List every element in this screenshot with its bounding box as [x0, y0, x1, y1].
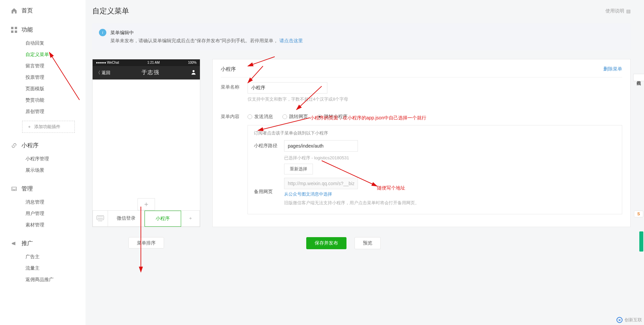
person-icon[interactable] — [191, 69, 197, 76]
sidebar-item-rebate[interactable]: 返佣商品推广 — [0, 274, 86, 285]
menu-name-input[interactable] — [248, 82, 327, 94]
annotation-fallback: 随便写个地址 — [377, 185, 405, 191]
grid-icon — [11, 26, 17, 33]
fallback-input[interactable] — [284, 178, 358, 189]
main-content: 自定义菜单 使用说明 ▤ i 菜单编辑中 菜单未发布，请确认菜单编辑完成后点击"… — [86, 0, 644, 325]
radio-send-msg[interactable]: 发送消息 — [248, 114, 273, 120]
sidebar-section-label: 小程序 — [21, 142, 39, 149]
sidebar-item-material[interactable]: 素材管理 — [0, 219, 86, 231]
chevron-left-icon: 〈 — [96, 70, 100, 76]
home-icon — [11, 7, 17, 14]
floating-green-bar[interactable] — [639, 231, 643, 252]
notice-line1: 菜单编辑中 — [110, 29, 303, 37]
online-qa-float[interactable]: 在线问答 — [633, 74, 644, 81]
sidebar: 首页 功能 自动回复 自定义菜单 留言管理 投票管理 页面模版 赞赏功能 原创管… — [0, 0, 86, 325]
selected-mp: 已选择小程序 - logistics20180531 — [284, 155, 349, 161]
sidebar-section-manage[interactable]: 管理 — [0, 182, 86, 195]
info-icon: i — [99, 29, 106, 36]
svg-point-4 — [193, 70, 195, 72]
sidebar-item-home[interactable]: 首页 — [0, 4, 86, 17]
sidebar-section-label: 推广 — [21, 239, 33, 247]
svg-line-6 — [248, 57, 275, 66]
action-bar: 菜单排序 保存并发布 预览 — [92, 237, 486, 249]
menu-name-hint: 仅支持中英文和数字，字数不超过4个汉字或8个字母 — [248, 96, 622, 102]
sidebar-item-msg[interactable]: 消息管理 — [0, 197, 86, 208]
menu-editor-panel: 小程序 删除菜单 菜单名称 仅支持中英文和数字，字数不超过4个汉字或8个字母 菜… — [212, 59, 631, 227]
phone-menu-1[interactable]: 微信登录 — [108, 211, 145, 227]
doc-icon: ▤ — [626, 8, 631, 14]
sidebar-item-autoreply[interactable]: 自动回复 — [0, 38, 86, 49]
sidebar-item-traffic[interactable]: 流量主 — [0, 263, 86, 274]
svg-rect-2 — [11, 31, 13, 33]
help-link[interactable]: 使用说明 ▤ — [605, 8, 631, 14]
annotation-mp-path: 小程序的页面，在小程序的app.json中自己选择一个就行 — [310, 115, 426, 121]
brand-watermark: ✕ 创新互联 — [616, 317, 642, 323]
floating-chip[interactable]: S — [634, 211, 643, 217]
phone-title: 于志强 — [110, 69, 191, 76]
sidebar-item-mp-scene[interactable]: 展示场景 — [0, 165, 86, 176]
radio-jump-web[interactable]: 跳转网页 — [282, 114, 308, 120]
fallback-select-link[interactable]: 从公众号图文消息中选择 — [284, 192, 332, 197]
phone-menu-2[interactable]: 小程序 — [145, 211, 181, 227]
phone-add-submenu[interactable]: ＋ — [138, 198, 155, 210]
plus-icon: ＋ — [27, 124, 32, 130]
preview-button[interactable]: 预览 — [355, 237, 381, 249]
reselect-button[interactable]: 重新选择 — [284, 164, 313, 174]
sidebar-item-reward[interactable]: 赞赏功能 — [0, 95, 86, 106]
menu-content-label: 菜单内容 — [221, 112, 248, 120]
sidebar-item-original[interactable]: 原创管理 — [0, 106, 86, 117]
save-publish-button[interactable]: 保存并发布 — [306, 237, 346, 249]
link-icon — [11, 142, 17, 149]
sidebar-item-mp-manage[interactable]: 小程序管理 — [0, 153, 86, 165]
sidebar-item-template[interactable]: 页面模版 — [0, 83, 86, 95]
sidebar-item-comment[interactable]: 留言管理 — [0, 60, 86, 72]
sidebar-item-vote[interactable]: 投票管理 — [0, 72, 86, 83]
page-title: 自定义菜单 — [92, 6, 129, 16]
menu-name-label: 菜单名称 — [221, 82, 248, 90]
sidebar-section-miniprogram[interactable]: 小程序 — [0, 139, 86, 152]
delete-menu-link[interactable]: 删除菜单 — [603, 66, 622, 72]
sidebar-item-user[interactable]: 用户管理 — [0, 208, 86, 219]
notice-banner: i 菜单编辑中 菜单未发布，请确认菜单编辑完成后点击"保存并发布"同步到手机。若… — [92, 23, 631, 50]
sidebar-item-custommenu[interactable]: 自定义菜单 — [0, 49, 86, 60]
sidebar-section-label: 管理 — [21, 185, 33, 193]
svg-rect-0 — [11, 27, 13, 29]
keyboard-icon[interactable] — [93, 211, 108, 227]
phone-back-button[interactable]: 〈 返回 — [96, 70, 110, 76]
sidebar-section-features[interactable]: 功能 — [0, 23, 86, 36]
phone-menu-add[interactable]: ＋ — [181, 211, 200, 227]
inbox-icon — [11, 185, 17, 192]
svg-rect-1 — [15, 27, 17, 29]
notice-line2: 菜单未发布，请确认菜单编辑完成后点击"保存并发布"同步到手机。若停用菜单， — [110, 38, 278, 43]
fallback-label: 备用网页 — [254, 189, 284, 195]
megaphone-icon — [11, 240, 17, 247]
phone-preview: ●●●●● WeChat 1:21 AM 100% 〈 返回 于志强 — [92, 59, 200, 227]
mp-path-label: 小程序路径 — [254, 143, 284, 149]
sidebar-add-plugin[interactable]: ＋ 添加功能插件 — [22, 121, 75, 133]
phone-statusbar: ●●●●● WeChat 1:21 AM 100% — [93, 59, 200, 66]
mp-path-input[interactable] — [284, 140, 358, 152]
sort-button[interactable]: 菜单排序 — [128, 237, 164, 249]
panel-type: 小程序 — [221, 66, 236, 72]
notice-stop-link[interactable]: 请点击这里 — [279, 38, 303, 43]
phone-navbar: 〈 返回 于志强 — [93, 66, 200, 79]
sidebar-section-label: 功能 — [21, 26, 33, 34]
sidebar-home-label: 首页 — [21, 7, 33, 14]
brand-logo-icon: ✕ — [616, 317, 623, 323]
svg-rect-3 — [15, 31, 17, 33]
fallback-hint: 旧版微信客户端无法支持小程序，用户点击菜单时将会打开备用网页。 — [284, 200, 419, 206]
sidebar-section-promo[interactable]: 推广 — [0, 237, 86, 250]
sidebar-item-advertiser[interactable]: 广告主 — [0, 251, 86, 263]
sub-hint: 订阅者点击该子菜单会跳到以下小程序 — [254, 130, 616, 136]
